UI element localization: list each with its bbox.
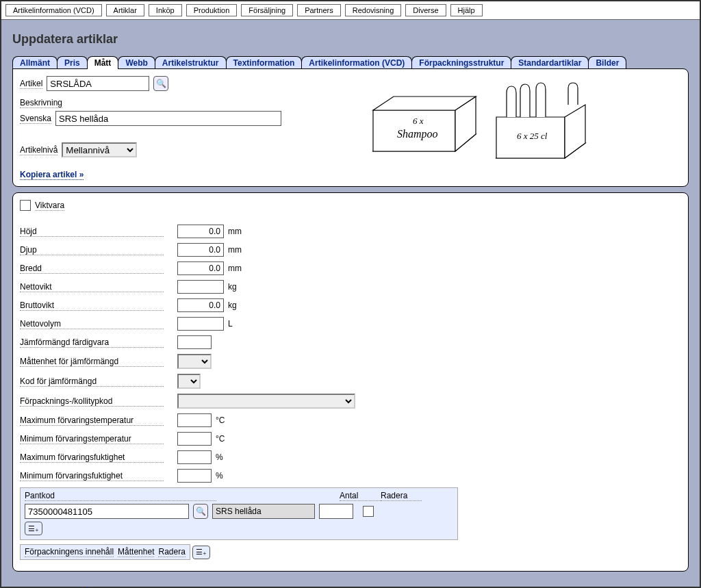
field-label: Maximum förvaringsfuktighet — [20, 452, 164, 463]
inner-col1: Förpackningens innehåll — [25, 547, 114, 557]
field-label: Djup — [20, 245, 164, 255]
add-row-icon: ☰₊ — [196, 548, 207, 557]
page-title: Uppdatera artiklar — [12, 32, 689, 47]
field-label: Måttenhet för jämförmängd — [20, 357, 164, 367]
field-label: Bruttovikt — [20, 301, 164, 311]
pantkod-radera-checkbox[interactable] — [363, 506, 374, 517]
svg-marker-6 — [565, 105, 585, 158]
pantkod-code-input[interactable] — [25, 504, 189, 519]
menu-inkop[interactable]: Inköp — [149, 4, 182, 16]
kopiera-artikel-link[interactable]: Kopiera artikel » — [20, 170, 84, 180]
field-label: Minimum förvaringstemperatur — [20, 434, 164, 444]
menu-diverse[interactable]: Diverse — [405, 4, 446, 16]
field-input[interactable] — [177, 335, 212, 349]
viktvara-checkbox[interactable] — [20, 200, 31, 211]
svenska-input[interactable] — [55, 111, 281, 126]
artikelniva-label: Artikelnivå — [20, 145, 58, 155]
top-menu-bar: Artikelinformation (VCD) Artiklar Inköp … — [1, 1, 700, 20]
field-unit: mm — [228, 227, 242, 236]
pantkod-block: Pantkod Antal Radera 🔍 ☰₊ — [20, 487, 458, 540]
tab-pris[interactable]: Pris — [57, 56, 88, 69]
field-input[interactable] — [177, 450, 212, 464]
field-label: Minimum förvaringsfuktighet — [20, 471, 164, 481]
box-text-2: Shampoo — [397, 128, 438, 140]
menu-partners[interactable]: Partners — [297, 4, 341, 16]
box-text-1: 6 x — [413, 116, 424, 126]
pantkod-antal-input[interactable] — [319, 504, 353, 519]
search-icon: 🔍 — [196, 507, 206, 516]
field-label: Nettovolym — [20, 319, 164, 329]
menu-artiklar[interactable]: Artiklar — [106, 4, 144, 16]
tab-matt[interactable]: Mått — [87, 56, 119, 69]
field-select[interactable] — [177, 394, 355, 409]
menu-forsaljning[interactable]: Försäljning — [241, 4, 293, 16]
field-select[interactable] — [177, 374, 201, 389]
pantkod-desc-field — [212, 504, 315, 519]
add-row-icon: ☰₊ — [28, 524, 39, 533]
field-label: Bredd — [20, 264, 164, 274]
tab-webb[interactable]: Webb — [118, 56, 155, 69]
beskrivning-label: Beskrivning — [20, 98, 62, 108]
field-input[interactable] — [177, 261, 224, 275]
field-label: Nettovikt — [20, 282, 164, 292]
artikel-label: Artikel — [20, 79, 42, 89]
field-unit: kg — [228, 282, 237, 292]
field-select[interactable] — [177, 354, 212, 369]
field-label: Förpacknings-/kollitypkod — [20, 396, 164, 407]
forpackning-innehall-header: Förpackningens innehåll Måttenhet Radera — [20, 544, 190, 560]
menu-hjalp[interactable]: Hjälp — [450, 4, 483, 16]
tab-textinformation[interactable]: Textinformation — [226, 56, 303, 69]
field-input[interactable] — [177, 280, 224, 294]
field-input[interactable] — [177, 413, 212, 427]
measurements-panel: Viktvara HöjdmmDjupmmBreddmmNettoviktkgB… — [12, 192, 689, 572]
pack-text: 6 x 25 cl — [517, 131, 548, 141]
tab-artikelinformation-vcd[interactable]: Artikelinformation (VCD) — [301, 56, 412, 69]
tab-artikelstruktur[interactable]: Artikelstruktur — [155, 56, 227, 69]
pantkod-header: Pantkod — [25, 491, 216, 501]
tab-allmant[interactable]: Allmänt — [12, 56, 58, 69]
field-input[interactable] — [177, 317, 224, 331]
field-input[interactable] — [177, 469, 212, 483]
field-input[interactable] — [177, 225, 224, 238]
field-input[interactable] — [177, 243, 224, 257]
artikel-input[interactable] — [47, 76, 149, 91]
forpackning-add-row-button[interactable]: ☰₊ — [192, 546, 210, 559]
viktvara-label: Viktvara — [35, 201, 64, 211]
menu-artikelinformation-vcd[interactable]: Artikelinformation (VCD) — [5, 4, 102, 16]
inner-col2: Måttenhet — [118, 547, 154, 557]
svenska-label: Svenska — [20, 114, 51, 124]
artikelniva-select[interactable]: Mellannivå — [62, 142, 137, 157]
field-unit: kg — [228, 301, 237, 310]
article-header-panel: Artikel 🔍 Beskrivning Svenska Artikelniv… — [12, 68, 689, 187]
field-label: Maximum förvaringstemperatur — [20, 416, 164, 426]
radera-header: Radera — [381, 491, 422, 501]
field-label: Jämförmängd färdigvara — [20, 337, 164, 348]
packaging-illustration: 6 x Shampoo 6 x 25 cl — [359, 76, 592, 179]
tab-forpackningsstruktur[interactable]: Förpackningsstruktur — [411, 56, 511, 69]
field-label: Höjd — [20, 227, 164, 237]
antal-header: Antal — [340, 491, 381, 501]
pantkod-lookup-button[interactable]: 🔍 — [193, 504, 208, 519]
pantkod-add-row-button[interactable]: ☰₊ — [25, 522, 42, 535]
field-unit: % — [216, 452, 223, 462]
search-icon: 🔍 — [156, 79, 166, 88]
field-unit: mm — [228, 245, 242, 255]
menu-produktion[interactable]: Produktion — [186, 4, 238, 16]
menu-redovisning[interactable]: Redovisning — [345, 4, 402, 16]
tab-bar: Allmänt Pris Mått Webb Artikelstruktur T… — [12, 56, 689, 69]
field-unit: L — [228, 319, 233, 329]
field-label: Kod för jämförmängd — [20, 376, 164, 387]
field-input[interactable] — [177, 432, 212, 446]
field-unit: % — [216, 471, 223, 481]
tab-standardartiklar[interactable]: Standardartiklar — [511, 56, 589, 69]
field-input[interactable] — [177, 298, 224, 312]
field-unit: °C — [216, 434, 225, 444]
tab-bilder[interactable]: Bilder — [588, 56, 626, 69]
field-unit: °C — [216, 416, 225, 425]
inner-col3: Radera — [158, 547, 185, 557]
artikel-lookup-button[interactable]: 🔍 — [153, 76, 168, 91]
field-unit: mm — [228, 264, 242, 273]
